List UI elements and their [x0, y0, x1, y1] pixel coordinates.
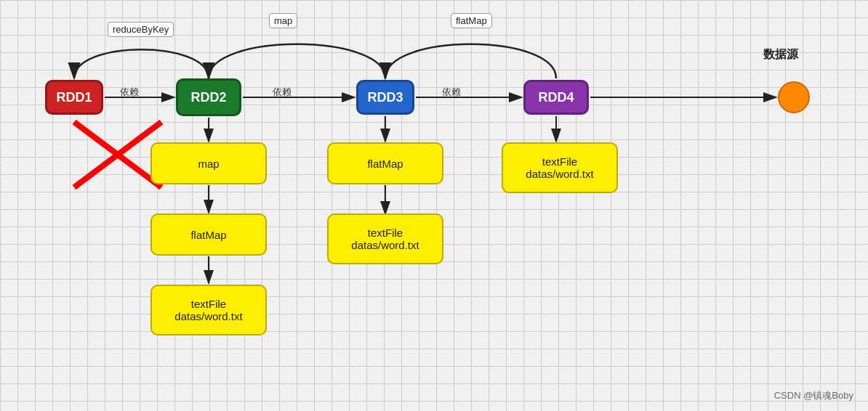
- rdd4-textfile-box: textFiledatas/word.txt: [502, 142, 618, 193]
- rdd2-map-box: map: [150, 142, 267, 184]
- dep-label-3: 依赖: [442, 86, 461, 99]
- map-label: map: [269, 13, 297, 28]
- watermark: CSDN @镇魂Boby: [774, 389, 853, 402]
- arrows-svg: [0, 0, 868, 411]
- dep-label-2: 依赖: [273, 86, 292, 99]
- reduce-by-key-label: reduceByKey: [108, 22, 174, 37]
- flat-map-label: flatMap: [451, 13, 492, 28]
- rdd3-box: RDD3: [356, 80, 414, 115]
- rdd3-textfile-box: textFiledatas/word.txt: [327, 213, 443, 264]
- rdd4-box: RDD4: [523, 80, 589, 115]
- rdd3-flatmap-box: flatMap: [327, 142, 443, 184]
- rdd2-box: RDD2: [176, 78, 241, 116]
- rdd2-textfile-box: textFiledatas/word.txt: [150, 285, 267, 335]
- diagram-container: reduceByKey map flatMap 依赖 依赖 依赖 RDD1 RD…: [0, 0, 868, 411]
- data-source-label: 数据源: [763, 47, 798, 62]
- data-source-circle: [778, 81, 810, 113]
- rdd2-flatmap-box: flatMap: [150, 213, 267, 256]
- dep-label-1: 依赖: [120, 86, 139, 99]
- rdd1-box: RDD1: [45, 80, 103, 115]
